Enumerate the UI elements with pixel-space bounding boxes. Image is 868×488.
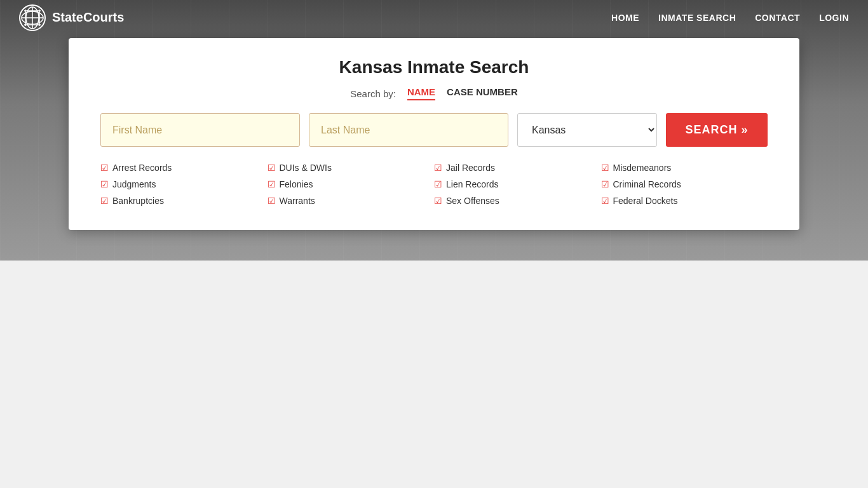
tab-name[interactable]: NAME: [407, 86, 435, 100]
feature-label: Criminal Records: [613, 179, 681, 189]
feature-label: Arrest Records: [112, 163, 172, 173]
feature-label: Bankruptcies: [112, 196, 164, 206]
feature-label: Lien Records: [446, 179, 499, 189]
logo-icon: [19, 4, 46, 31]
logo-text: StateCourts: [52, 10, 124, 25]
last-name-input[interactable]: [309, 113, 508, 147]
feature-item: ☑Lien Records: [434, 177, 601, 191]
nav-inmate-search[interactable]: INMATE SEARCH: [658, 13, 736, 23]
check-icon: ☑: [100, 179, 109, 189]
check-icon: ☑: [434, 179, 442, 189]
search-title: Kansas Inmate Search: [100, 57, 768, 78]
feature-item: ☑Arrest Records: [100, 161, 268, 175]
feature-label: DUIs & DWIs: [280, 163, 332, 173]
check-icon: ☑: [268, 179, 276, 189]
feature-item: ☑Criminal Records: [601, 177, 768, 191]
feature-item: ☑Misdemeanors: [601, 161, 768, 175]
check-icon: ☑: [434, 196, 442, 206]
tab-case-number[interactable]: CASE NUMBER: [447, 86, 518, 100]
logo-link[interactable]: StateCourts: [19, 4, 124, 31]
search-by-row: Search by: NAME CASE NUMBER: [100, 86, 768, 100]
search-button[interactable]: SEARCH »: [666, 113, 768, 147]
feature-label: Felonies: [280, 179, 313, 189]
nav-home[interactable]: HOME: [611, 13, 639, 23]
check-icon: ☑: [601, 196, 609, 206]
navbar: StateCourts HOME INMATE SEARCH CONTACT L…: [0, 0, 868, 35]
feature-item: ☑Warrants: [268, 194, 435, 208]
check-icon: ☑: [601, 163, 609, 173]
first-name-input[interactable]: [100, 113, 300, 147]
nav-contact[interactable]: CONTACT: [755, 13, 800, 23]
feature-label: Judgments: [112, 179, 156, 189]
check-icon: ☑: [434, 163, 442, 173]
feature-item: ☑Bankruptcies: [100, 194, 268, 208]
feature-item: ☑Jail Records: [434, 161, 601, 175]
feature-item: ☑Sex Offenses: [434, 194, 601, 208]
search-by-label: Search by:: [350, 88, 396, 99]
feature-item: ☑DUIs & DWIs: [268, 161, 435, 175]
check-icon: ☑: [268, 163, 276, 173]
search-features: ☑Arrest Records☑DUIs & DWIs☑Jail Records…: [100, 161, 768, 208]
search-inputs-row: Kansas Alabama Alaska Arizona Arkansas C…: [100, 113, 768, 147]
state-select[interactable]: Kansas Alabama Alaska Arizona Arkansas C…: [517, 113, 657, 147]
check-icon: ☑: [100, 163, 109, 173]
feature-label: Sex Offenses: [446, 196, 499, 206]
check-icon: ☑: [100, 196, 109, 206]
feature-item: ☑Federal Dockets: [601, 194, 768, 208]
feature-label: Misdemeanors: [613, 163, 672, 173]
feature-item: ☑Felonies: [268, 177, 435, 191]
feature-label: Federal Dockets: [613, 196, 678, 206]
feature-label: Warrants: [280, 196, 315, 206]
nav-links: HOME INMATE SEARCH CONTACT LOGIN: [611, 12, 849, 24]
nav-login[interactable]: LOGIN: [819, 13, 849, 23]
hero-section: COURTHOUSE StateCourts HOME INMATE SEARC…: [0, 0, 868, 261]
feature-label: Jail Records: [446, 163, 495, 173]
search-card: Kansas Inmate Search Search by: NAME CAS…: [69, 38, 799, 230]
check-icon: ☑: [268, 196, 276, 206]
feature-item: ☑Judgments: [100, 177, 268, 191]
check-icon: ☑: [601, 179, 609, 189]
